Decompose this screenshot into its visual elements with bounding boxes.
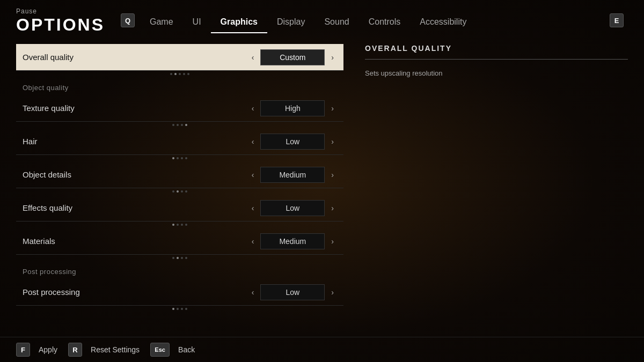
effects-quality-next[interactable]: ›	[328, 202, 337, 215]
info-panel: OVERALL QUALITY Sets upscaling resolutio…	[360, 44, 628, 331]
effects-quality-value: Low	[260, 200, 325, 216]
texture-quality-value: High	[260, 100, 325, 116]
post-processing-header: Post processing	[16, 261, 343, 279]
overall-quality-next[interactable]: ›	[328, 51, 337, 64]
tab-accessibility[interactable]: Accessibility	[410, 12, 476, 33]
tab-ui[interactable]: UI	[183, 12, 211, 33]
header: Pause OPTIONS Q Game UI Graphics Display…	[0, 0, 644, 33]
materials-value: Medium	[260, 233, 325, 249]
effects-quality-row[interactable]: Effects quality ‹ Low ›	[16, 195, 343, 221]
nav-left-key-badge[interactable]: Q	[121, 13, 135, 27]
hair-prev[interactable]: ‹	[248, 135, 258, 148]
overall-quality-value: Custom	[260, 49, 325, 65]
dot-1	[170, 73, 172, 75]
post-processing-dots	[16, 306, 343, 312]
effects-quality-control: ‹ Low ›	[248, 200, 337, 216]
reset-key: R	[68, 343, 82, 357]
effects-quality-label: Effects quality	[23, 203, 248, 212]
texture-quality-label: Texture quality	[23, 104, 248, 113]
tab-graphics[interactable]: Graphics	[211, 12, 267, 33]
tab-display[interactable]: Display	[267, 12, 314, 33]
info-description: Sets upscaling resolution	[365, 68, 628, 79]
dot-2	[174, 73, 177, 75]
tab-controls[interactable]: Controls	[359, 12, 411, 33]
effects-quality-prev[interactable]: ‹	[248, 202, 258, 215]
materials-row[interactable]: Materials ‹ Medium ›	[16, 228, 343, 255]
back-action[interactable]: Esc Back	[150, 343, 195, 357]
overall-quality-control: ‹ Custom ›	[248, 49, 337, 65]
apply-action[interactable]: F Apply	[16, 343, 57, 357]
overall-quality-label: Overall quality	[23, 53, 248, 62]
object-quality-header: Object quality	[16, 77, 343, 95]
object-details-dots	[16, 188, 343, 195]
object-details-control: ‹ Medium ›	[248, 167, 337, 183]
object-details-prev[interactable]: ‹	[248, 168, 258, 181]
texture-quality-prev[interactable]: ‹	[248, 102, 258, 115]
hair-next[interactable]: ›	[328, 135, 337, 148]
texture-quality-control: ‹ High ›	[248, 100, 337, 116]
materials-dots	[16, 255, 343, 261]
post-processing-label: Post processing	[23, 287, 248, 297]
hair-label: Hair	[23, 137, 248, 146]
object-details-value: Medium	[260, 167, 325, 183]
reset-label: Reset Settings	[91, 345, 140, 354]
post-processing-prev[interactable]: ‹	[248, 286, 258, 299]
pause-label: Pause	[16, 8, 105, 15]
back-key: Esc	[150, 343, 170, 357]
overall-quality-row[interactable]: Overall quality ‹ Custom ›	[16, 44, 343, 71]
tab-game[interactable]: Game	[140, 12, 183, 33]
post-processing-next[interactable]: ›	[328, 286, 337, 299]
texture-quality-dots	[16, 122, 343, 128]
post-processing-control: ‹ Low ›	[248, 284, 337, 300]
dot-5	[187, 73, 189, 75]
overall-quality-prev[interactable]: ‹	[248, 51, 258, 64]
effects-quality-dots	[16, 221, 343, 228]
settings-panel[interactable]: Overall quality ‹ Custom › Object qualit…	[16, 44, 343, 331]
texture-quality-next[interactable]: ›	[328, 102, 337, 115]
materials-control: ‹ Medium ›	[248, 233, 337, 249]
overall-quality-dots	[16, 71, 343, 77]
object-details-row[interactable]: Object details ‹ Medium ›	[16, 161, 343, 188]
post-processing-row[interactable]: Post processing ‹ Low ›	[16, 279, 343, 306]
back-label: Back	[178, 345, 195, 354]
options-screen: Pause OPTIONS Q Game UI Graphics Display…	[0, 0, 644, 362]
hair-row[interactable]: Hair ‹ Low ›	[16, 128, 343, 155]
info-title: OVERALL QUALITY	[365, 44, 628, 60]
title-block: Pause OPTIONS	[16, 8, 105, 33]
object-details-next[interactable]: ›	[328, 168, 337, 181]
materials-next[interactable]: ›	[328, 235, 337, 248]
tab-sound[interactable]: Sound	[314, 12, 358, 33]
texture-quality-row[interactable]: Texture quality ‹ High ›	[16, 95, 343, 122]
dot-3	[179, 73, 181, 75]
reset-action[interactable]: R Reset Settings	[68, 343, 140, 357]
footer: F Apply R Reset Settings Esc Back	[0, 337, 644, 362]
materials-prev[interactable]: ‹	[248, 235, 258, 248]
dot-4	[183, 73, 185, 75]
nav-right-key-badge[interactable]: E	[610, 13, 624, 27]
hair-value: Low	[260, 134, 325, 150]
apply-label: Apply	[39, 345, 57, 354]
nav-tabs: Game UI Graphics Display Sound Controls …	[140, 12, 604, 33]
apply-key: F	[16, 343, 30, 357]
hair-dots	[16, 155, 343, 161]
post-processing-value: Low	[260, 284, 325, 300]
hair-control: ‹ Low ›	[248, 134, 337, 150]
options-title: OPTIONS	[16, 16, 105, 33]
main-content: Overall quality ‹ Custom › Object qualit…	[0, 33, 644, 337]
object-details-label: Object details	[23, 170, 248, 179]
materials-label: Materials	[23, 237, 248, 246]
